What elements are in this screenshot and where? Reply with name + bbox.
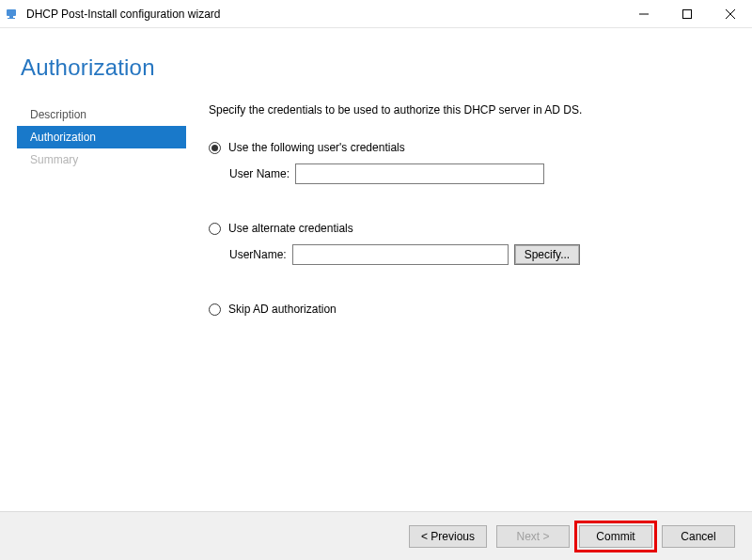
- wizard-footer: < Previous Next > Commit Cancel: [0, 511, 752, 560]
- wizard-content: Specify the credentials to be used to au…: [186, 98, 731, 511]
- sidebar-item-authorization[interactable]: Authorization: [17, 126, 186, 148]
- radio-skip[interactable]: [209, 303, 221, 316]
- field-row-username-1: User Name:: [209, 163, 722, 184]
- radio-label-alternate: Use alternate credentials: [228, 222, 353, 235]
- previous-button[interactable]: < Previous: [409, 525, 487, 548]
- svg-rect-4: [683, 9, 692, 18]
- commit-button[interactable]: Commit: [579, 525, 652, 548]
- svg-rect-2: [8, 18, 15, 19]
- window-title: DHCP Post-Install configuration wizard: [26, 8, 622, 21]
- username-label-1: User Name:: [229, 167, 290, 180]
- username-input-1[interactable]: [295, 163, 544, 184]
- page-header: Authorization: [0, 28, 752, 98]
- next-button: Next >: [496, 525, 570, 548]
- radio-row-alternate[interactable]: Use alternate credentials: [209, 222, 722, 235]
- instruction-text: Specify the credentials to be used to au…: [209, 103, 722, 117]
- username-label-2: UserName:: [229, 248, 287, 261]
- wizard-sidebar: Description Authorization Summary: [17, 98, 186, 511]
- radio-label-skip: Skip AD authorization: [228, 303, 337, 316]
- cancel-button[interactable]: Cancel: [662, 525, 735, 548]
- page-title: Authorization: [21, 54, 752, 81]
- radio-alternate[interactable]: [209, 223, 221, 235]
- wizard-body: Description Authorization Summary Specif…: [0, 98, 752, 511]
- dhcp-app-icon: [6, 7, 21, 22]
- username-input-2[interactable]: [292, 244, 509, 265]
- radio-label-use-following: Use the following user's credentials: [228, 141, 405, 154]
- radio-use-following[interactable]: [209, 142, 221, 154]
- sidebar-item-description[interactable]: Description: [17, 103, 186, 126]
- close-button[interactable]: [709, 0, 752, 27]
- option-use-following: Use the following user's credentials Use…: [209, 141, 722, 184]
- window-controls: [622, 0, 752, 27]
- option-skip-ad: Skip AD authorization: [209, 303, 722, 316]
- specify-button[interactable]: Specify...: [514, 244, 580, 265]
- titlebar: DHCP Post-Install configuration wizard: [0, 0, 752, 28]
- field-row-username-2: UserName: Specify...: [209, 244, 722, 265]
- svg-rect-1: [9, 16, 13, 18]
- option-alternate-credentials: Use alternate credentials UserName: Spec…: [209, 222, 722, 265]
- maximize-button[interactable]: [666, 0, 709, 27]
- sidebar-item-summary: Summary: [17, 148, 186, 171]
- radio-row-skip[interactable]: Skip AD authorization: [209, 303, 722, 316]
- radio-row-use-following[interactable]: Use the following user's credentials: [209, 141, 722, 154]
- minimize-button[interactable]: [622, 0, 666, 27]
- svg-rect-0: [7, 9, 16, 16]
